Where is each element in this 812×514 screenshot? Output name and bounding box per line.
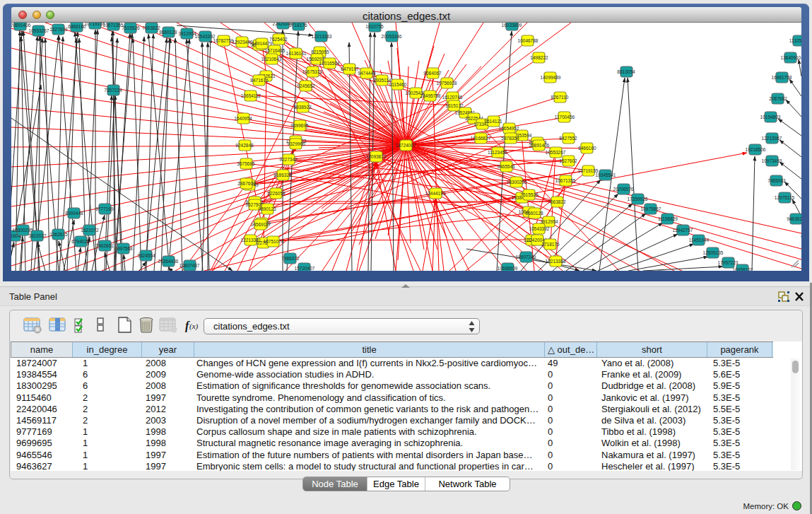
svg-text:8614121: 8614121 <box>484 119 502 124</box>
svg-text:1610755: 1610755 <box>365 24 384 29</box>
svg-text:19166827: 19166827 <box>471 136 491 141</box>
svg-text:5938923: 5938923 <box>293 105 312 110</box>
svg-text:10719155: 10719155 <box>578 168 599 173</box>
svg-text:10975867: 10975867 <box>641 206 661 211</box>
svg-text:10719155: 10719155 <box>85 23 105 26</box>
svg-text:16033809: 16033809 <box>502 23 522 28</box>
svg-text:7663822: 7663822 <box>548 199 566 204</box>
svg-text:11325419: 11325419 <box>789 38 801 43</box>
svg-text:11156829: 11156829 <box>658 216 678 221</box>
svg-text:2718176: 2718176 <box>541 242 560 247</box>
svg-text:10543392: 10543392 <box>529 226 550 231</box>
svg-text:9474444: 9474444 <box>358 71 376 76</box>
svg-text:8813054: 8813054 <box>617 69 635 74</box>
svg-text:11675312: 11675312 <box>302 69 323 74</box>
svg-text:10543392: 10543392 <box>195 34 216 39</box>
svg-text:17016504: 17016504 <box>319 61 340 66</box>
svg-text:3675685: 3675685 <box>237 161 255 166</box>
svg-text:10688609: 10688609 <box>498 266 518 271</box>
svg-text:10756928: 10756928 <box>437 81 457 86</box>
svg-text:14099489: 14099489 <box>541 75 561 80</box>
svg-text:8660128: 8660128 <box>159 30 177 35</box>
svg-text:16210643: 16210643 <box>261 57 282 62</box>
svg-text:6466160: 6466160 <box>68 24 86 29</box>
svg-text:10671355: 10671355 <box>103 23 124 28</box>
svg-text:8990448: 8990448 <box>65 211 83 216</box>
svg-text:12213381: 12213381 <box>241 238 261 243</box>
svg-text:11700456: 11700456 <box>555 115 575 119</box>
svg-text:1362615: 1362615 <box>49 232 68 237</box>
svg-text:5878354: 5878354 <box>501 136 519 141</box>
svg-text:17957223: 17957223 <box>718 260 739 265</box>
svg-text:9245652: 9245652 <box>297 83 315 88</box>
svg-text:1527602: 1527602 <box>559 158 577 163</box>
svg-text:1527602: 1527602 <box>49 27 68 32</box>
svg-text:8660128: 8660128 <box>525 211 543 216</box>
svg-text:8186328: 8186328 <box>273 173 292 177</box>
svg-text:3912954: 3912954 <box>178 31 196 36</box>
svg-text:15751074: 15751074 <box>264 239 284 244</box>
svg-text:20364436: 20364436 <box>158 259 179 264</box>
svg-text:9115460: 9115460 <box>389 82 407 87</box>
svg-text:1621072: 1621072 <box>81 228 99 233</box>
svg-text:3824554: 3824554 <box>137 253 155 258</box>
svg-text:16120746: 16120746 <box>442 95 463 100</box>
svg-text:1640954: 1640954 <box>234 116 252 121</box>
svg-text:5226058: 5226058 <box>267 191 286 196</box>
svg-text:15300295: 15300295 <box>13 228 33 233</box>
svg-text:15716485: 15716485 <box>265 48 286 53</box>
svg-text:2867608: 2867608 <box>237 181 256 186</box>
svg-text:12444193: 12444193 <box>425 191 446 196</box>
svg-text:20206576: 20206576 <box>613 187 634 192</box>
svg-text:10654112: 10654112 <box>241 93 261 98</box>
svg-text:7485063: 7485063 <box>767 178 786 183</box>
svg-text:28495758: 28495758 <box>420 93 441 98</box>
svg-text:6466160: 6466160 <box>578 146 596 151</box>
svg-text:18724007: 18724007 <box>396 143 416 148</box>
svg-text:12505135: 12505135 <box>703 250 724 255</box>
svg-text:9890123: 9890123 <box>258 206 276 211</box>
svg-text:8427552: 8427552 <box>559 136 577 141</box>
svg-text:11123456: 11123456 <box>488 150 507 155</box>
svg-text:7986372: 7986372 <box>281 256 300 261</box>
svg-text:9463627: 9463627 <box>787 216 801 221</box>
svg-text:16782759: 16782759 <box>213 38 234 43</box>
svg-text:6479197: 6479197 <box>341 66 359 71</box>
svg-text:8267110: 8267110 <box>551 95 569 100</box>
svg-text:12213383: 12213383 <box>546 259 566 264</box>
svg-text:16654952: 16654952 <box>499 126 519 131</box>
svg-text:10046788: 10046788 <box>518 38 539 43</box>
svg-text:14569117: 14569117 <box>251 222 271 227</box>
svg-text:10553267: 10553267 <box>546 150 566 155</box>
svg-text:9329966: 9329966 <box>287 141 305 146</box>
svg-text:10958107: 10958107 <box>733 267 753 271</box>
svg-text:10553267: 10553267 <box>29 28 49 33</box>
svg-text:11451944: 11451944 <box>689 238 710 243</box>
svg-text:7515526: 7515526 <box>122 25 140 30</box>
svg-text:9699695: 9699695 <box>290 123 309 128</box>
svg-text:9084067: 9084067 <box>423 71 442 76</box>
svg-text:2718176: 2718176 <box>289 23 307 28</box>
svg-text:7515526: 7515526 <box>520 192 539 197</box>
svg-text:10671355: 10671355 <box>555 178 576 183</box>
svg-text:18300295: 18300295 <box>507 180 527 185</box>
svg-text:20891406: 20891406 <box>11 23 31 28</box>
svg-text:18907249: 18907249 <box>516 255 536 259</box>
svg-text:12975115: 12975115 <box>775 195 795 200</box>
svg-text:20053346: 20053346 <box>382 34 402 39</box>
svg-text:(x): (x) <box>189 322 199 331</box>
svg-text:20891406: 20891406 <box>529 143 550 148</box>
svg-text:9777169: 9777169 <box>95 206 114 211</box>
svg-text:6497568: 6497568 <box>114 246 133 251</box>
svg-text:10973493: 10973493 <box>762 158 782 163</box>
svg-text:7357224: 7357224 <box>104 88 122 93</box>
svg-text:10807487: 10807487 <box>180 263 200 268</box>
svg-text:10154803: 10154803 <box>760 115 781 119</box>
svg-text:12213383: 12213383 <box>312 34 332 39</box>
svg-text:14136141: 14136141 <box>286 51 307 56</box>
svg-text:2087682: 2087682 <box>769 96 787 101</box>
svg-text:13640910: 13640910 <box>781 55 801 60</box>
svg-text:12942757: 12942757 <box>673 228 693 233</box>
svg-text:12213967: 12213967 <box>762 136 782 141</box>
svg-text:8471676: 8471676 <box>250 78 269 83</box>
